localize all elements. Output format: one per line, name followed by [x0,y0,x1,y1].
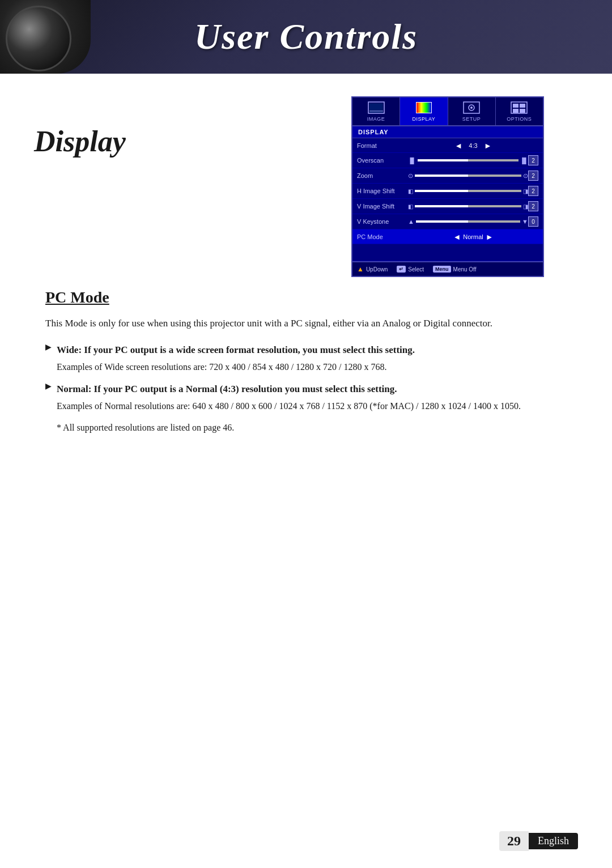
page-language: English [529,833,578,849]
keystone-value: 0 [528,216,538,227]
section-intro: This Mode is only for use when using thi… [45,316,567,331]
osd-section-title: DISPLAY [352,126,543,138]
osd-row-v-image-shift: V Image Shift ◧ ◨ 2 [352,199,543,214]
osd-footer: ▲ UpDown ↵ Select Menu Menu Off [352,261,543,276]
select-key: ↵ [397,266,406,273]
bullet-arrow-normal: ▶ [45,381,52,391]
footer-select-label: Select [408,266,424,273]
lens-decoration [0,0,91,74]
overscan-track [418,159,518,161]
display-label: Display [34,125,159,158]
sub-text-wide: Examples of Wide screen resolutions are:… [57,360,567,375]
overscan-icon-left: ▐▌ [408,158,416,164]
h-shift-value: 2 [528,186,538,196]
osd-tabs: IMAGE DISPLAY [352,97,543,126]
zoom-track [415,175,521,177]
osd-tab-display[interactable]: DISPLAY [400,97,448,125]
svg-rect-11 [520,109,525,113]
osd-row-overscan: Overscan ▐▌ ▐▌ 2 [352,153,543,168]
svg-rect-10 [513,109,518,113]
v-shift-value: 2 [528,201,538,211]
osd-menu: IMAGE DISPLAY [351,96,544,277]
osd-tab-setup[interactable]: SETUP [448,97,496,125]
bullet-item-wide: ▶ Wide: If your PC output is a wide scre… [45,342,567,375]
display-tab-label: DISPLAY [412,116,435,122]
footer-menu-off-label: Menu Off [453,266,477,273]
svg-point-6 [470,107,473,109]
zoom-slider[interactable]: ⊙ ⊙ [408,172,528,180]
bullet-text-wide: Wide: If your PC output is a wide screen… [57,342,567,358]
zoom-icon-left: ⊙ [408,172,413,180]
osd-empty-row [352,244,543,261]
page-footer: 29 English [499,831,578,851]
v-keystone-label: V Keystone [357,218,408,225]
zoom-label: Zoom [357,172,408,179]
v-shift-icon-left: ◧ [408,203,413,210]
osd-tab-image[interactable]: IMAGE [352,97,400,125]
footer-select: ↵ Select [397,266,424,273]
osd-row-pc-mode: PC Mode ◄ Normal ► [352,229,543,244]
image-tab-label: IMAGE [367,116,385,122]
format-value: 4:3 [465,142,482,149]
h-shift-icon-right: ◨ [523,188,528,194]
svg-rect-9 [520,104,525,108]
content-section: PC Mode This Mode is only for use when u… [0,277,612,446]
bullet-arrow-wide: ▶ [45,342,52,352]
svg-rect-8 [513,104,518,108]
osd-row-format: Format ◄ 4:3 ► [352,138,543,153]
v-shift-track [415,205,521,207]
footer-updown: ▲ UpDown [357,265,388,273]
menu-key: Menu [433,266,451,273]
updown-icon: ▲ [357,265,364,273]
options-tab-label: OPTIONS [507,116,532,122]
osd-row-zoom: Zoom ⊙ ⊙ 2 [352,168,543,184]
pc-mode-arrow-right[interactable]: ► [486,232,494,241]
pc-mode-control[interactable]: ◄ Normal ► [408,232,538,241]
zoom-icon-right: ⊙ [523,172,528,180]
zoom-value: 2 [528,171,538,181]
pc-mode-arrow-left[interactable]: ◄ [453,232,461,241]
page-header: User Controls [0,0,612,74]
v-shift-slider[interactable]: ◧ ◨ [408,203,528,210]
overscan-slider[interactable]: ▐▌ ▐▌ [408,158,528,164]
osd-tab-options[interactable]: OPTIONS [496,97,543,125]
overscan-label: Overscan [357,157,408,164]
pc-mode-label: PC Mode [357,233,408,240]
pc-mode-value: Normal [463,233,483,240]
v-shift-icon-right: ◨ [523,203,528,210]
keystone-icon-left: ▲ [408,218,414,225]
svg-rect-1 [369,103,383,111]
osd-row-v-keystone: V Keystone ▲ ▼ 0 [352,214,543,229]
top-area: Display IMAGE [0,74,612,277]
v-image-shift-label: V Image Shift [357,203,408,210]
note-text: * All supported resolutions are listed o… [45,420,567,435]
keystone-track [416,220,520,223]
setup-tab-icon [462,101,481,114]
h-shift-track [415,190,521,192]
format-label: Format [357,142,408,149]
format-arrow-left[interactable]: ◄ [454,141,462,150]
display-tab-icon [415,101,433,114]
overscan-value: 2 [528,155,538,165]
footer-menu-off: Menu Menu Off [433,266,476,273]
h-shift-slider[interactable]: ◧ ◨ [408,188,528,194]
osd-row-h-image-shift: H Image Shift ◧ ◨ 2 [352,184,543,199]
footer-updown-label: UpDown [366,266,388,273]
format-arrow-right[interactable]: ► [484,141,492,150]
osd-container: IMAGE DISPLAY [351,96,544,277]
bullet-text-normal: Normal: If your PC output is a Normal (4… [57,381,567,397]
keystone-icon-right: ▼ [522,218,528,225]
options-tab-icon [510,101,528,114]
keystone-slider[interactable]: ▲ ▼ [408,218,528,225]
page-title: User Controls [194,16,418,58]
h-shift-icon-left: ◧ [408,188,413,194]
setup-tab-label: SETUP [462,116,481,122]
overscan-icon-right: ▐▌ [520,158,528,164]
image-tab-icon [367,101,385,114]
format-control[interactable]: ◄ 4:3 ► [408,141,538,150]
bullet-item-normal: ▶ Normal: If your PC output is a Normal … [45,381,567,414]
sub-text-normal: Examples of Normal resolutions are: 640 … [57,399,567,414]
page-number: 29 [499,831,529,851]
section-heading: PC Mode [45,288,567,307]
h-image-shift-label: H Image Shift [357,188,408,194]
